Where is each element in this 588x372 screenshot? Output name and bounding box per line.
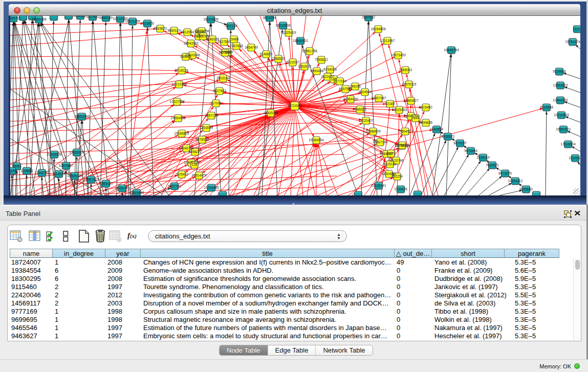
svg-text:5878352: 5878352: [195, 138, 209, 141]
svg-text:2718126: 2718126: [175, 69, 188, 72]
svg-text:9657791: 9657791: [168, 184, 181, 188]
svg-text:18807249: 18807249: [373, 140, 388, 144]
svg-text:19654923: 19654923: [398, 129, 413, 133]
svg-text:13226058: 13226058: [194, 29, 209, 33]
svg-text:16033809: 16033809: [203, 17, 219, 21]
svg-text:128: 128: [191, 163, 197, 166]
svg-text:18724007: 18724007: [287, 104, 302, 107]
svg-text:2087682: 2087682: [362, 16, 375, 19]
svg-text:6794028: 6794028: [323, 68, 337, 71]
svg-text:15751074: 15751074: [565, 40, 580, 43]
svg-text:9115460: 9115460: [419, 105, 432, 109]
svg-text:10210643: 10210643: [554, 113, 569, 117]
svg-text:9699695: 9699695: [419, 121, 432, 124]
svg-text:9245652: 9245652: [519, 187, 533, 191]
svg-text:17016504: 17016504: [560, 142, 576, 146]
svg-text:62160: 62160: [385, 102, 395, 105]
svg-text:10973493: 10973493: [390, 53, 406, 57]
svg-text:19756928: 19756928: [395, 143, 410, 147]
svg-text:2935114: 2935114: [476, 156, 490, 159]
svg-text:19218506: 19218506: [275, 24, 291, 27]
svg-text:12444152: 12444152: [553, 98, 568, 102]
svg-text:1362615: 1362615: [298, 64, 311, 68]
svg-text:8215958: 8215958: [540, 105, 553, 109]
svg-text:1115682: 1115682: [20, 169, 33, 172]
svg-text:6466160: 6466160: [99, 16, 113, 19]
svg-text:16154808: 16154808: [371, 27, 386, 31]
svg-text:7485063: 7485063: [399, 68, 412, 72]
svg-text:7663822: 7663822: [154, 27, 167, 30]
svg-text:7515526: 7515526: [141, 21, 154, 25]
svg-text:15692901: 15692901: [556, 127, 571, 131]
svg-text:19463627: 19463627: [403, 99, 419, 102]
svg-text:39154: 39154: [10, 169, 16, 172]
svg-text:17957223: 17957223: [83, 178, 99, 181]
svg-text:10025453: 10025453: [391, 108, 407, 112]
svg-text:18640910: 18640910: [293, 39, 308, 42]
svg-text:x: x: [118, 237, 120, 242]
svg-text:16914479: 16914479: [191, 173, 207, 177]
svg-text:11325419: 11325419: [281, 31, 296, 34]
svg-text:10672: 10672: [386, 151, 396, 155]
svg-text:14055721: 14055721: [10, 16, 21, 20]
svg-text:14136141: 14136141: [371, 184, 386, 187]
svg-text:11123: 11123: [573, 27, 580, 31]
svg-text:16782759: 16782759: [115, 186, 130, 190]
svg-text:7955812: 7955812: [315, 58, 328, 61]
svg-text:10958107: 10958107: [98, 182, 114, 185]
svg-text:35061: 35061: [12, 164, 22, 168]
svg-text:5875685: 5875685: [219, 51, 232, 54]
svg-text:3454749: 3454749: [245, 46, 258, 49]
svg-text:1353594: 1353594: [200, 126, 213, 129]
svg-text:19166822: 19166822: [174, 132, 189, 135]
svg-text:12923446: 12923446: [129, 191, 144, 194]
svg-text:8813054: 8813054: [263, 16, 276, 19]
svg-text:1114519: 1114519: [53, 172, 66, 176]
svg-text:12342737: 12342737: [34, 171, 50, 174]
svg-text:12093872: 12093872: [553, 83, 568, 87]
svg-text:1588520: 1588520: [272, 57, 285, 60]
svg-text:26053346: 26053346: [74, 115, 90, 118]
svg-text:1167532: 1167532: [569, 156, 580, 160]
svg-text:9474444: 9474444: [464, 149, 477, 152]
svg-text:10046758: 10046758: [179, 146, 194, 150]
svg-text:12213369: 12213369: [171, 82, 187, 86]
svg-text:3267130: 3267130: [205, 114, 218, 117]
svg-text:10688609: 10688609: [365, 129, 381, 133]
svg-text:1615152: 1615152: [383, 162, 397, 166]
svg-text:10107552: 10107552: [169, 100, 185, 103]
svg-text:20691406: 20691406: [31, 17, 47, 21]
svg-text:9777169: 9777169: [333, 79, 346, 83]
svg-text:18300295: 18300295: [263, 111, 278, 115]
svg-text:989681: 989681: [180, 55, 191, 58]
svg-text:20364436: 20364436: [343, 97, 358, 101]
svg-text:746266: 746266: [350, 84, 361, 88]
svg-text:1527602: 1527602: [86, 16, 99, 18]
svg-text:9660124: 9660124: [167, 29, 181, 32]
svg-text:8912954: 8912954: [181, 30, 194, 34]
svg-text:7625402: 7625402: [175, 172, 188, 176]
svg-text:16543362: 16543362: [183, 41, 199, 45]
svg-text:15720407: 15720407: [358, 119, 374, 122]
svg-text:10975867: 10975867: [58, 164, 74, 167]
svg-text:2367608: 2367608: [230, 44, 243, 48]
svg-text:16120746: 16120746: [388, 159, 404, 162]
svg-text:12505135: 12505135: [67, 174, 82, 178]
svg-text:19654983: 19654983: [170, 116, 186, 120]
svg-text:17359924: 17359924: [69, 150, 84, 154]
svg-text:12213967: 12213967: [380, 39, 395, 42]
svg-text:6322037: 6322037: [286, 60, 299, 64]
svg-text:7857234: 7857234: [224, 24, 237, 28]
svg-text:8471676: 8471676: [498, 171, 512, 175]
svg-text:8427552: 8427552: [213, 89, 226, 93]
svg-text:7986322: 7986322: [353, 107, 366, 111]
svg-text:10807487: 10807487: [371, 96, 386, 100]
svg-text:15468: 15468: [229, 37, 239, 41]
svg-text:5938923: 5938923: [441, 135, 454, 138]
svg-text:19384554: 19384554: [309, 138, 324, 142]
svg-text:7644: 7644: [412, 116, 420, 120]
svg-text:917006: 917006: [210, 101, 222, 105]
svg-text:2803144: 2803144: [216, 76, 230, 80]
svg-text:7632621: 7632621: [486, 163, 499, 167]
svg-text:1440954: 1440954: [430, 127, 443, 131]
